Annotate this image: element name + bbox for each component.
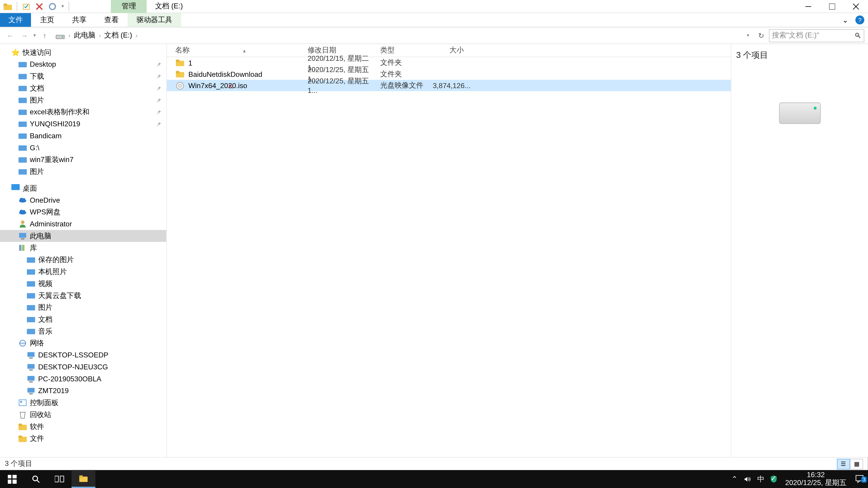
history-dropdown-icon[interactable]: ▾ [32,33,37,38]
nav-item-desktop[interactable]: 此电脑 [0,230,166,242]
nav-item-network-pc[interactable]: PC-20190530OBLA [0,373,166,385]
navigation-pane[interactable]: ⭐ 快速访问 Desktop📌︎下载📌︎文档📌︎图片📌︎excel表格制作求和📌… [0,44,167,470]
nav-item-library[interactable]: 图片 [0,301,166,313]
search-input[interactable]: 搜索"文档 (E:)" 🔍︎ [769,29,864,42]
nav-item-desktop[interactable]: WPS网盘 [0,206,166,218]
nav-item-extra[interactable]: 控制面板 [0,397,166,409]
prop-icon[interactable] [21,1,31,11]
nav-item-desktop[interactable]: Administrator [0,218,166,230]
breadcrumb-segment[interactable]: 此电脑 [71,30,98,41]
nav-item-library[interactable]: 天翼云盘下载 [0,290,166,302]
nav-item-label: 文档 [30,83,44,93]
nav-item-label: 天翼云盘下载 [38,291,81,301]
security-icon[interactable]: ✓ [767,475,780,483]
nav-item-extra[interactable]: 回收站 [0,409,166,421]
tab-home[interactable]: 主页 [31,13,63,27]
chevron-right-icon[interactable]: › [98,33,102,38]
qat-dropdown-icon[interactable]: ▾ [60,4,65,9]
tray-overflow-icon[interactable]: ⌃ [728,475,741,483]
nav-item-desktop[interactable]: OneDrive [0,194,166,206]
nav-item-quick[interactable]: 文档📌︎ [0,82,166,94]
file-row[interactable]: Win7x64_2020.iso2020/12/25, 星期五 1...光盘映像… [167,80,731,91]
chevron-right-icon[interactable]: › [67,33,71,38]
back-button[interactable]: ← [4,29,17,42]
details-view-button[interactable]: ☰ [837,458,850,469]
tab-drive-tools[interactable]: 驱动器工具 [127,13,181,27]
file-row[interactable]: BaiduNetdiskDownload2020/12/25, 星期五 1...… [167,68,731,80]
nav-item-quick[interactable]: YUNQISHI2019📌︎ [0,118,166,130]
svg-text:✓: ✓ [771,475,777,482]
nav-item-extra[interactable]: 软件 [0,421,166,433]
nav-item-label: 图片 [30,95,44,105]
nav-item-library[interactable]: 本机照片 [0,266,166,278]
icons-view-button[interactable]: ▦ [850,458,863,469]
search-icon[interactable]: 🔍︎ [854,31,862,39]
nav-item-library[interactable]: 文档 [0,313,166,325]
close-button[interactable] [844,0,868,13]
nav-item-network-pc[interactable]: DESKTOP-LSSOEDP [0,349,166,361]
window-title: 文档 (E:) [147,1,191,11]
help-icon[interactable]: ? [855,15,864,25]
volume-icon[interactable]: 🔊︎ [741,475,754,483]
nav-item-library[interactable]: 音乐 [0,325,166,337]
explorer-taskbar-button[interactable] [71,470,95,488]
chevron-right-icon[interactable]: › [134,33,138,38]
nav-item-icon [26,315,36,324]
file-name: BaiduNetdiskDownload [188,70,262,78]
nav-item-quick[interactable]: 下载📌︎ [0,70,166,82]
nav-item-quick[interactable]: Desktop📌︎ [0,58,166,70]
svg-rect-20 [19,157,27,162]
ime-indicator[interactable]: 中 [754,474,767,484]
nav-item-quick[interactable]: G:\ [0,142,166,154]
file-name: Win7x64_2020.iso [188,81,247,90]
nav-item-library[interactable]: 保存的图片 [0,254,166,266]
nav-item-label: 视频 [38,279,53,289]
svg-rect-33 [22,245,25,251]
forward-button[interactable]: → [18,29,31,42]
nav-item-label: Bandicam [30,132,62,140]
breadcrumb-segment[interactable]: 文档 (E:) [102,30,134,41]
task-view-button[interactable] [48,470,71,488]
svg-point-5 [50,3,55,9]
settings-icon[interactable] [47,1,58,11]
tab-file[interactable]: 文件 [0,13,31,27]
nav-item-quick[interactable]: Bandicam [0,130,166,142]
clock[interactable]: 16:32 2020/12/25, 星期五 [780,471,851,487]
nav-item-desktop[interactable]: 库 [0,242,166,254]
desktop-header[interactable]: 桌面 [0,182,166,194]
nav-item-quick[interactable]: excel表格制作求和📌︎ [0,106,166,118]
breadcrumb[interactable]: › 此电脑 › 文档 (E:) › ▾ [53,29,753,42]
nav-item-extra[interactable]: 文件 [0,432,166,445]
nav-item-quick[interactable]: 图片 [0,166,166,177]
svg-rect-13 [19,74,27,79]
nav-item-label: DESKTOP-LSSOEDP [38,351,108,359]
refresh-button[interactable]: ↻ [754,31,768,39]
file-list[interactable]: 名称▴ 修改日期 类型 大小 ↖ 12020/12/15, 星期二 1...文件… [167,44,731,470]
maximize-button[interactable] [820,0,844,13]
start-button[interactable] [0,470,24,488]
column-type[interactable]: 类型 [372,45,433,55]
quick-access-header[interactable]: ⭐ 快速访问 [0,46,166,59]
notifications-button[interactable]: 3 [851,474,868,484]
up-button[interactable]: ↑ [38,29,51,42]
column-name[interactable]: 名称▴ [167,45,299,55]
address-dropdown-icon[interactable]: ▾ [746,33,750,38]
file-row[interactable]: 12020/12/15, 星期二 1...文件夹 [167,57,731,68]
network-header[interactable]: 网络 [0,337,166,349]
tab-share[interactable]: 共享 [63,13,95,27]
file-size: 3,874,126... [433,81,468,90]
nav-item-network-pc[interactable]: DESKTOP-NJEU3CG [0,361,166,373]
search-taskbar-button[interactable] [24,470,48,488]
nav-item-quick[interactable]: win7重装win7 [0,154,166,166]
nav-item-library[interactable]: 视频 [0,278,166,290]
nav-item-network-pc[interactable]: ZMT2019 [0,385,166,397]
minimize-button[interactable] [796,0,820,13]
expand-ribbon-icon[interactable]: ⌄ [840,16,850,24]
column-size[interactable]: 大小 [433,45,468,55]
tab-view[interactable]: 查看 [95,13,127,27]
nav-item-label: 本机照片 [38,267,67,277]
svg-rect-46 [29,369,33,370]
svg-rect-39 [27,317,35,322]
nav-item-quick[interactable]: 图片📌︎ [0,94,166,106]
delete-icon[interactable] [34,1,44,11]
